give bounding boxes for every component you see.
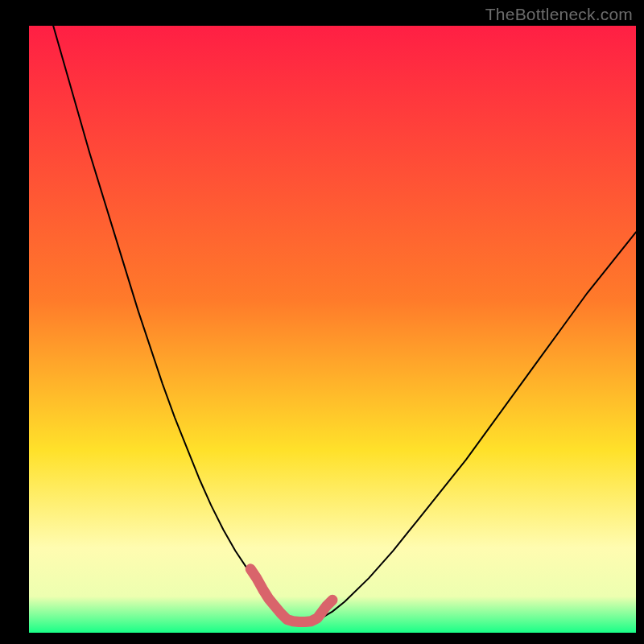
- chart-stage: TheBottleneck.com: [0, 0, 644, 644]
- watermark-text: TheBottleneck.com: [485, 5, 633, 24]
- plot-background: [29, 26, 636, 633]
- chart-svg: [0, 0, 644, 644]
